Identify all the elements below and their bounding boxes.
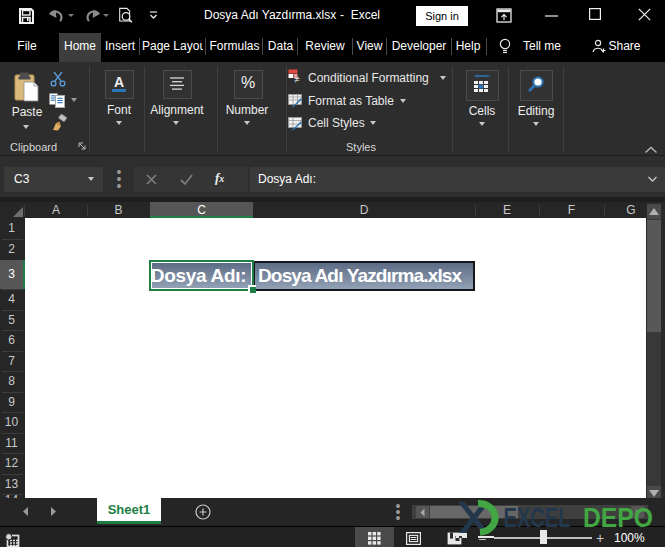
svg-text:≠: ≠ xyxy=(294,74,300,85)
svg-text:DEPO: DEPO xyxy=(583,501,653,533)
svg-text:EXCEL: EXCEL xyxy=(504,501,571,533)
svg-text:A: A xyxy=(114,74,124,90)
